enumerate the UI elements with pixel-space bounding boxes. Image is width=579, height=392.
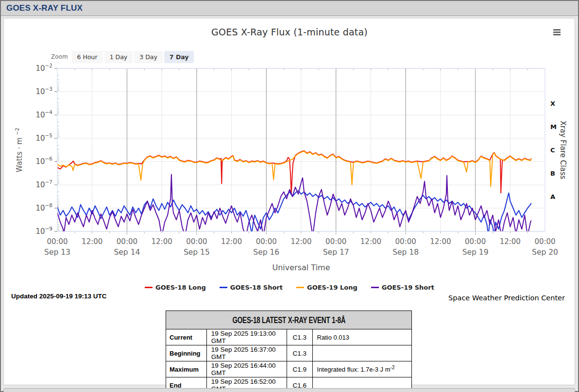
event-row-maximum: Maximum19 Sep 2025 16:44:00 GMTC1.9Integ… [166, 361, 412, 377]
event-row-label: Current [166, 329, 207, 345]
zoom-option-3-day[interactable]: 3 Day [134, 51, 163, 63]
event-time: 19 Sep 2025 19:13:00 GMT [206, 329, 287, 345]
accordion-header-goes-xray-flux[interactable]: GOES X-RAY FLUX [1, 1, 578, 16]
event-row-label: Beginning [166, 345, 207, 361]
legend-label: GOES-19 Long [307, 284, 358, 291]
legend-item-goes-19-short[interactable]: GOES-19 Short [371, 284, 434, 291]
legend-label: GOES-18 Long [155, 284, 206, 291]
event-time: 19 Sep 2025 16:37:00 GMT [206, 345, 287, 361]
zoom-buttons: 6 Hour1 Day3 Day7 Day [72, 51, 196, 63]
event-class: C1.9 [287, 361, 312, 377]
hamburger-menu-icon[interactable] [553, 29, 562, 36]
legend-label: GOES-18 Short [230, 284, 283, 291]
legend-swatch [145, 287, 153, 288]
legend: GOES-18 LongGOES-18 ShortGOES-19 LongGOE… [0, 284, 579, 291]
event-time: 19 Sep 2025 16:44:00 GMT [206, 361, 287, 377]
event-note [312, 345, 411, 361]
zoom-option-6-hour[interactable]: 6 Hour [72, 51, 103, 63]
legend-item-goes-18-short[interactable]: GOES-18 Short [220, 284, 283, 291]
event-row-label: Maximum [166, 361, 207, 377]
legend-item-goes-18-long[interactable]: GOES-18 Long [145, 284, 206, 291]
legend-item-goes-19-long[interactable]: GOES-19 Long [296, 284, 358, 291]
event-row-beginning: Beginning19 Sep 2025 16:37:00 GMTC1.3 [166, 345, 412, 361]
updated-timestamp: Updated 2025-09-19 19:13 UTC [11, 293, 107, 300]
event-class: C1.3 [287, 345, 312, 361]
credit-text: Space Weather Prediction Center [448, 294, 565, 302]
latest-xray-event-table: GOES-18 LATEST X-RAY EVENT 1-8ÅCurrent19… [166, 310, 412, 392]
event-class: C1.3 [287, 329, 312, 345]
legend-swatch [220, 287, 227, 288]
legend-swatch [296, 287, 304, 288]
legend-swatch [371, 287, 379, 288]
event-note: Integrated flux: 1.7e-3 J m-2 [312, 361, 411, 377]
event-note: Ratio 0.013 [312, 329, 411, 345]
zoom-option-1-day[interactable]: 1 Day [104, 51, 133, 63]
event-table-title: GOES-18 LATEST X-RAY EVENT 1-8Å [166, 311, 412, 329]
range-selector: Zoom 6 Hour1 Day3 Day7 Day [51, 51, 195, 63]
zoom-option-7-day[interactable]: 7 Day [164, 51, 194, 63]
zoom-label: Zoom [51, 53, 68, 60]
page-title: GOES X-RAY FLUX [6, 3, 83, 13]
event-row-current: Current19 Sep 2025 19:13:00 GMTC1.3Ratio… [166, 329, 412, 345]
next-accordion-section-edge[interactable] [3, 388, 575, 392]
chart-title: GOES X-Ray Flux (1-minute data) [0, 27, 579, 37]
legend-label: GOES-19 Short [382, 284, 434, 291]
